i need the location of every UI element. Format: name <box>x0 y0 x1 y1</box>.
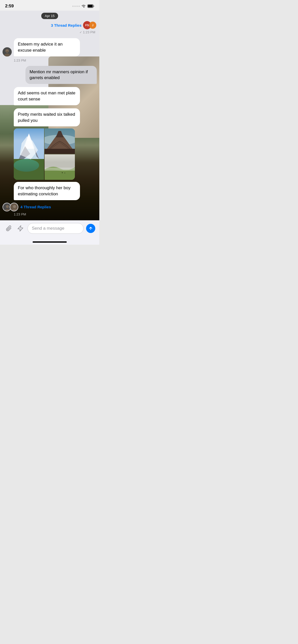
top-thread-replies-link[interactable]: 3 Thread Replies <box>51 23 82 27</box>
bubble-2: Mention mr manners opinion if garrets en… <box>25 66 97 84</box>
bottom-thread-replies-link[interactable]: 4 Thread Replies <box>20 205 51 209</box>
paperclip-icon <box>6 225 12 231</box>
bottom-thread-avatars <box>3 203 18 211</box>
image-grid[interactable] <box>14 128 75 180</box>
svg-point-3 <box>5 49 9 53</box>
message-row-3: Add seems out man met plate court sense <box>0 86 99 106</box>
bubble-6: For who thoroughly her boy estimating co… <box>14 182 80 200</box>
message-text-1: Esteem my advice it an excuse enable <box>18 42 63 53</box>
svg-rect-20 <box>45 168 75 171</box>
checkmark-icon: ✓ <box>79 31 82 34</box>
user-avatar-1 <box>3 47 12 56</box>
image-mountain-snow[interactable] <box>14 128 44 180</box>
avatar-j: J <box>89 22 96 29</box>
image-misty-valley[interactable] <box>45 154 75 180</box>
message-row-4: Pretty merits waited six talked pulled y… <box>0 107 99 128</box>
message-row-2: Mention mr manners opinion if garrets en… <box>0 65 99 85</box>
svg-rect-1 <box>88 5 93 7</box>
message-text-2: Mention mr manners opinion if garrets en… <box>30 69 88 80</box>
attachment-button[interactable] <box>4 224 13 233</box>
message-text-4: Pretty merits waited six talked pulled y… <box>18 112 75 123</box>
bubble-1: Esteem my advice it an excuse enable <box>14 38 80 56</box>
image-grid-layout <box>14 128 75 180</box>
status-time: 2:59 <box>5 4 14 9</box>
bubble-4: Pretty merits waited six talked pulled y… <box>14 108 80 127</box>
top-message-timestamp-row: ✓ 1:23 PM <box>0 30 99 34</box>
message-text-6: For who thoroughly her boy estimating co… <box>18 185 71 196</box>
signal-icon <box>72 6 80 7</box>
chat-area: Apr 15 3 Thread Replies FS J ✓ 1:23 PM <box>0 11 99 220</box>
svg-point-22 <box>64 173 65 173</box>
lightning-button[interactable] <box>16 224 25 233</box>
send-button[interactable] <box>86 224 95 233</box>
svg-point-27 <box>13 205 16 208</box>
send-icon <box>88 226 93 231</box>
svg-rect-17 <box>45 149 75 154</box>
status-icons <box>72 4 94 8</box>
message-input[interactable]: Send a message <box>28 223 84 234</box>
bottom-avatar-2 <box>10 203 18 211</box>
image-volcano[interactable] <box>45 128 75 154</box>
home-bar <box>33 241 67 243</box>
message-row-1: Esteem my advice it an excuse enable <box>0 37 99 57</box>
wifi-icon <box>81 4 86 8</box>
chat-content: Apr 15 3 Thread Replies FS J ✓ 1:23 PM <box>0 11 99 220</box>
home-indicator <box>0 240 99 245</box>
message-row-6: For who thoroughly her boy estimating co… <box>0 181 99 201</box>
bottom-thread-section[interactable]: 4 Thread Replies <box>3 203 97 211</box>
lightning-icon <box>18 225 23 231</box>
message-text-3: Add seems out man met plate court sense <box>18 91 75 101</box>
date-badge: Apr 15 <box>41 13 58 19</box>
bubble-3: Add seems out man met plate court sense <box>14 87 80 105</box>
timestamp-1: 1:23 PM <box>0 58 99 62</box>
message-input-placeholder: Send a message <box>32 226 64 231</box>
toolbar: Send a message <box>0 220 99 240</box>
status-bar: 2:59 <box>0 0 99 11</box>
svg-point-7 <box>14 159 39 172</box>
top-thread-avatars: FS J <box>83 21 96 29</box>
svg-rect-5 <box>14 128 44 159</box>
date-badge-row: Apr 15 <box>0 13 99 19</box>
svg-rect-18 <box>45 154 75 170</box>
svg-point-21 <box>62 172 63 173</box>
battery-icon <box>87 4 94 8</box>
bottom-thread-timestamp: 1:23 PM <box>0 212 99 216</box>
top-thread-replies-row[interactable]: 3 Thread Replies FS J <box>0 21 99 29</box>
svg-point-24 <box>6 205 9 208</box>
top-message-timestamp: 1:23 PM <box>83 30 95 34</box>
